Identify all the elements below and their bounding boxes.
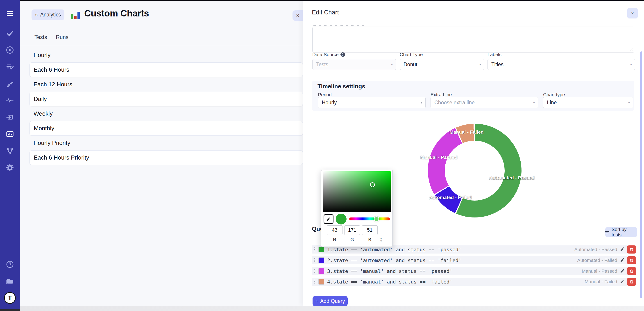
query-label: Automated - Failed — [577, 258, 617, 263]
hamburger-menu-icon[interactable] — [0, 7, 20, 20]
rgb-mode-toggle-icon[interactable]: ▴▾ — [380, 237, 382, 242]
labels-select[interactable]: Titles▾ — [488, 59, 635, 70]
query-label: Manual - Failed — [584, 279, 617, 284]
green-input[interactable] — [344, 225, 360, 235]
saturation-cursor[interactable] — [370, 182, 375, 187]
app-logo[interactable]: T — [0, 292, 20, 304]
drag-handle-icon[interactable] — [314, 258, 317, 263]
textarea-resize-handle[interactable] — [630, 48, 633, 51]
add-query-button[interactable]: + Add Query — [312, 296, 348, 306]
color-picker-popup: R G B ▴▾ — [321, 170, 393, 247]
query-color-swatch-2[interactable] — [318, 258, 324, 263]
bar-chart-emoji-icon — [71, 10, 81, 19]
hue-slider-handle[interactable] — [374, 216, 379, 222]
edit-pencil-icon[interactable] — [620, 279, 624, 284]
edit-pencil-icon[interactable] — [620, 269, 624, 273]
list-item-hourly-priority[interactable]: Hourly Priority — [30, 136, 303, 150]
query-expression: 3.state == 'manual' and status == 'passe… — [327, 268, 452, 274]
drag-handle-icon[interactable] — [314, 279, 317, 284]
back-chevron-icon: « — [35, 12, 38, 18]
period-label: Period — [318, 92, 332, 97]
drag-handle-icon[interactable] — [314, 269, 317, 273]
query-label: Manual - Passed — [582, 268, 617, 274]
tab-tests[interactable]: Tests — [34, 34, 47, 40]
steps-stairs-icon[interactable] — [0, 78, 20, 90]
saturation-area[interactable] — [323, 171, 391, 212]
page-title: Custom Charts — [84, 8, 149, 19]
tab-runs[interactable]: Runs — [56, 34, 68, 40]
eyedropper-button[interactable] — [324, 214, 334, 224]
delete-query-button[interactable] — [627, 245, 636, 253]
list-item-each-6-hours[interactable]: Each 6 Hours — [30, 63, 303, 77]
list-item-each-12-hours[interactable]: Each 12 Hours — [30, 77, 303, 92]
list-item-monthly[interactable]: Monthly — [30, 121, 303, 136]
logo-letter: T — [4, 292, 16, 304]
tests-check-icon[interactable] — [0, 27, 20, 40]
list-item-weekly[interactable]: Weekly — [30, 106, 303, 121]
analytics-back-button[interactable]: « Analytics — [32, 10, 64, 20]
list-item-daily[interactable]: Daily — [30, 92, 303, 106]
delete-query-button[interactable] — [627, 256, 636, 264]
timeline-chart-type-select[interactable]: Line▾ — [543, 97, 633, 108]
timeline-chart-type-label: Chart type — [543, 92, 565, 97]
query-color-swatch-1[interactable] — [318, 247, 324, 252]
data-source-select[interactable]: Tests▾ — [312, 59, 396, 70]
drawer-scrollbar-thumb[interactable] — [640, 51, 642, 298]
runs-play-icon[interactable] — [0, 44, 20, 56]
donut-label-automated-failed: Automated - Failed — [429, 195, 472, 200]
delete-query-button[interactable] — [627, 267, 636, 275]
close-icon: × — [631, 10, 634, 16]
help-icon[interactable]: ? — [340, 52, 345, 57]
git-branch-icon[interactable] — [0, 145, 20, 157]
settings-gear-icon[interactable] — [0, 161, 20, 174]
test-plans-list-check-icon[interactable] — [0, 61, 20, 73]
query-color-swatch-3[interactable] — [318, 268, 324, 274]
close-icon: × — [296, 13, 299, 19]
chart-type-select[interactable]: Donut▾ — [400, 59, 484, 70]
query-label: Automated - Passed — [574, 247, 617, 252]
edit-pencil-icon[interactable] — [620, 247, 624, 252]
import-login-icon[interactable] — [0, 111, 20, 124]
extra-line-select[interactable]: Choose extra line▾ — [430, 97, 538, 108]
chevron-down-icon: ▾ — [630, 63, 632, 66]
query-row-3: 3.state == 'manual' and status == 'passe… — [312, 267, 636, 275]
donut-label-automated-passed: Automated - Passed — [489, 175, 534, 180]
blue-input[interactable] — [362, 225, 378, 235]
query-row-4: 4.state == 'manual' and status == 'faile… — [312, 278, 636, 286]
query-color-swatch-4[interactable] — [318, 279, 324, 284]
timeline-settings-title: Timeline settings — [318, 83, 365, 90]
drawer-title: Edit Chart — [312, 9, 339, 16]
delete-query-button[interactable] — [627, 278, 636, 286]
data-source-label: Data Source ? — [312, 52, 345, 57]
pulse-activity-icon[interactable] — [0, 94, 20, 107]
list-item-each-6-hours-priority[interactable]: Each 6 Hours Priority — [30, 150, 303, 165]
left-panel-close-button[interactable]: × — [292, 10, 303, 21]
tabs-divider — [20, 46, 303, 46]
analytics-bar-chart-icon[interactable] — [0, 128, 20, 140]
help-icon[interactable] — [0, 258, 20, 271]
chevron-down-icon: ▾ — [391, 63, 393, 66]
sidebar: T — [0, 0, 20, 311]
red-label: R — [327, 237, 342, 242]
labels-label: Labels — [488, 52, 502, 57]
edit-pencil-icon[interactable] — [620, 258, 624, 262]
drag-handle-icon[interactable] — [314, 247, 317, 252]
sort-by-tests-button[interactable]: Sort by tests — [605, 227, 637, 237]
list-item-hourly[interactable]: Hourly — [30, 48, 303, 63]
hue-slider[interactable] — [349, 217, 390, 220]
bottom-gradient-strip — [20, 306, 644, 311]
red-input[interactable] — [327, 225, 342, 235]
drawer-header-divider — [303, 22, 644, 22]
chart-list: Hourly Each 6 Hours Each 12 Hours Daily … — [30, 48, 303, 165]
period-select[interactable]: Hourly▾ — [318, 97, 426, 108]
sort-lines-icon — [605, 231, 609, 233]
chart-description-textarea[interactable] — [312, 27, 634, 53]
current-color-swatch — [336, 214, 346, 224]
chevron-down-icon: ▾ — [533, 101, 535, 104]
projects-folder-icon[interactable] — [0, 275, 20, 287]
chevron-down-icon: ▾ — [628, 101, 630, 104]
drawer-close-button[interactable]: × — [627, 8, 638, 19]
query-row-2: 2.state == 'automated' and status == 'fa… — [312, 256, 636, 264]
query-expression: 4.state == 'manual' and status == 'faile… — [327, 279, 452, 285]
chevron-down-icon: ▾ — [480, 63, 481, 66]
